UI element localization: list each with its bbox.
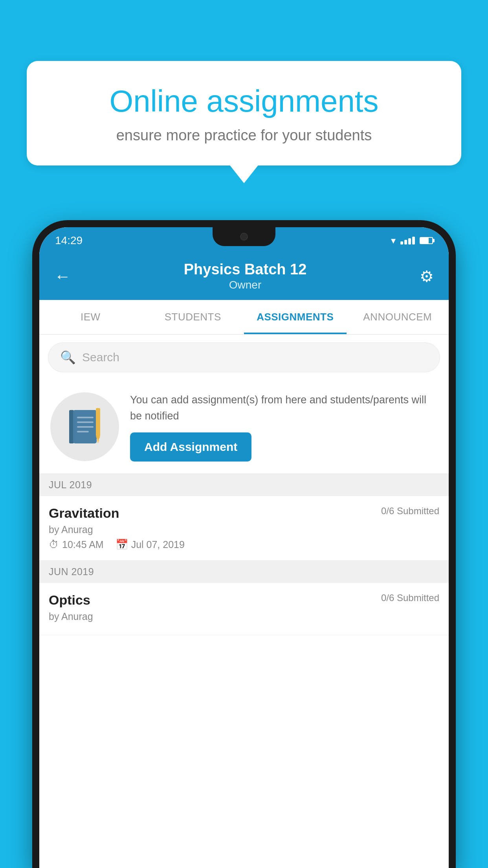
- batch-title: Physics Batch 12: [184, 261, 307, 278]
- svg-rect-4: [77, 426, 94, 428]
- assignment-meta-gravitation: ⏱ 10:45 AM 📅 Jul 07, 2019: [49, 539, 439, 551]
- assignment-author-gravitation: by Anurag: [49, 524, 439, 535]
- batch-subtitle: Owner: [184, 279, 307, 291]
- tab-announcements[interactable]: ANNOUNCEM: [347, 300, 449, 334]
- meta-time-gravitation: ⏱ 10:45 AM: [49, 539, 104, 551]
- tab-students[interactable]: STUDENTS: [142, 300, 244, 334]
- assignment-item-gravitation[interactable]: Gravitation 0/6 Submitted by Anurag ⏱ 10…: [39, 496, 449, 561]
- phone-frame: 14:29 ▾ ← Physics Batch 12: [32, 220, 456, 868]
- tabs-bar: IEW STUDENTS ASSIGNMENTS ANNOUNCEM: [39, 300, 449, 335]
- header-center: Physics Batch 12 Owner: [184, 261, 307, 291]
- search-bar-container: 🔍 Search: [39, 335, 449, 380]
- back-button[interactable]: ←: [54, 267, 71, 286]
- search-icon: 🔍: [60, 350, 76, 365]
- promo-description: You can add assignment(s) from here and …: [130, 392, 438, 424]
- meta-date-gravitation: 📅 Jul 07, 2019: [116, 539, 185, 551]
- svg-rect-2: [77, 417, 94, 418]
- svg-marker-8: [97, 440, 99, 443]
- tab-assignments[interactable]: ASSIGNMENTS: [244, 300, 347, 334]
- tab-iew-label: IEW: [81, 311, 101, 323]
- tab-assignments-label: ASSIGNMENTS: [257, 311, 334, 323]
- camera-notch: [240, 233, 248, 241]
- promo-icon-circle: [50, 392, 119, 461]
- content-area: 🔍 Search: [39, 335, 449, 868]
- wifi-icon: ▾: [391, 235, 396, 246]
- search-bar[interactable]: 🔍 Search: [48, 342, 440, 372]
- speech-bubble-section: Online assignments ensure more practice …: [27, 61, 461, 166]
- assignment-title-gravitation: Gravitation: [49, 506, 119, 521]
- app-header: ← Physics Batch 12 Owner ⚙: [39, 254, 449, 300]
- notch: [213, 227, 275, 246]
- assignment-item-optics[interactable]: Optics 0/6 Submitted by Anurag: [39, 583, 449, 635]
- section-header-jun: JUN 2019: [39, 561, 449, 583]
- assignment-author-optics: by Anurag: [49, 611, 439, 622]
- section-header-jul: JUL 2019: [39, 474, 449, 496]
- notebook-icon: [69, 408, 101, 445]
- clock-icon: ⏱: [49, 539, 59, 551]
- promo-section: You can add assignment(s) from here and …: [39, 380, 449, 474]
- assignment-row-top: Gravitation 0/6 Submitted: [49, 506, 439, 521]
- add-assignment-button[interactable]: Add Assignment: [130, 432, 251, 462]
- speech-bubble-subtitle: ensure more practice for your students: [54, 127, 434, 144]
- svg-rect-6: [96, 408, 100, 436]
- tab-students-label: STUDENTS: [165, 311, 221, 323]
- assignment-title-optics: Optics: [49, 592, 90, 608]
- status-bar: 14:29 ▾: [39, 227, 449, 254]
- status-icons: ▾: [391, 235, 433, 246]
- speech-bubble-title: Online assignments: [54, 85, 434, 118]
- phone-inner: 14:29 ▾ ← Physics Batch 12: [39, 227, 449, 868]
- tab-announcements-label: ANNOUNCEM: [363, 311, 432, 323]
- promo-text-section: You can add assignment(s) from here and …: [130, 392, 438, 462]
- status-time: 14:29: [55, 234, 83, 247]
- assignment-submitted-gravitation: 0/6 Submitted: [381, 506, 439, 517]
- battery-icon: [420, 237, 433, 244]
- svg-rect-5: [77, 431, 89, 432]
- assignment-date-gravitation: Jul 07, 2019: [131, 539, 185, 550]
- search-placeholder: Search: [82, 351, 119, 364]
- assignment-time-gravitation: 10:45 AM: [62, 539, 104, 550]
- calendar-icon: 📅: [116, 539, 128, 551]
- svg-rect-3: [77, 421, 94, 423]
- speech-bubble: Online assignments ensure more practice …: [27, 61, 461, 166]
- signal-icon: [400, 237, 415, 245]
- settings-button[interactable]: ⚙: [420, 267, 434, 285]
- assignment-row-top-optics: Optics 0/6 Submitted: [49, 592, 439, 608]
- tab-iew[interactable]: IEW: [39, 300, 142, 334]
- assignment-submitted-optics: 0/6 Submitted: [381, 592, 439, 603]
